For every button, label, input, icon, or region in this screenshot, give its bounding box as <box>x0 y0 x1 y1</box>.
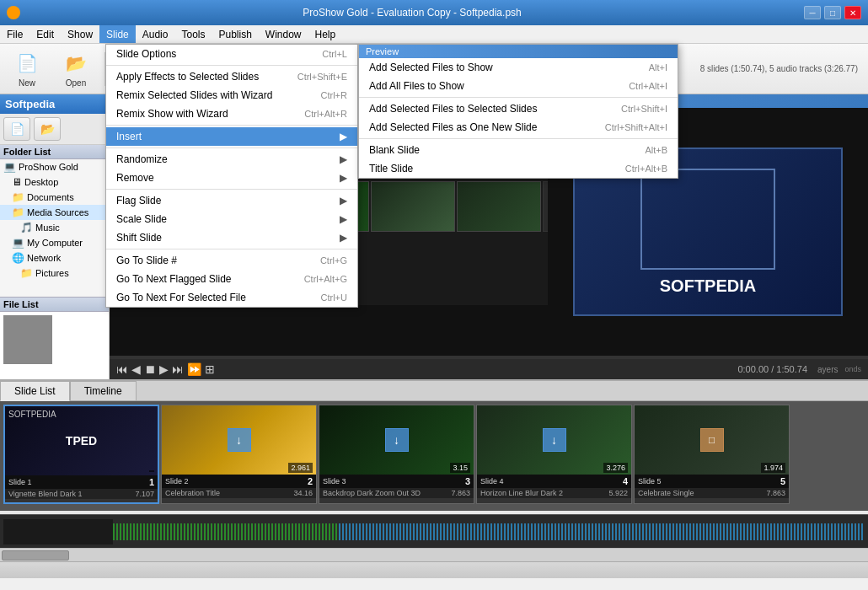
menu-window[interactable]: Window <box>259 25 308 43</box>
skip-back-button[interactable]: ⏮ <box>116 362 128 376</box>
toolbar-info: 8 slides (1:50.74), 5 audio tracks (3:26… <box>700 64 865 73</box>
slide-thumb-5: □ 1.974 <box>635 405 789 475</box>
left-toolbar: 📄 📂 <box>0 114 109 145</box>
menu-show[interactable]: Show <box>61 25 99 43</box>
tree-item-desktop[interactable]: 🖥 Desktop <box>0 174 109 190</box>
menu-help[interactable]: Help <box>308 25 343 43</box>
open-button[interactable]: 📂 Open <box>52 46 99 92</box>
slide-2-overlay-icon: ↓ <box>236 433 242 447</box>
goto-flagged-item[interactable]: Go To Next Flagged Slide Ctrl+Alt+G <box>106 270 357 288</box>
new-icon: 📄 <box>13 50 40 77</box>
slide-item-2[interactable]: ↓ 2.961 Slide 2 2 Celebration Title 34.1… <box>161 405 317 504</box>
goto-selected-item[interactable]: Go To Next For Selected File Ctrl+U <box>106 288 357 307</box>
tree-item-proshow[interactable]: 💻 ProShow Gold <box>0 159 109 174</box>
close-button[interactable]: ✕ <box>844 6 861 19</box>
softpedia-header: Softpedia <box>0 94 109 114</box>
blank-slide-shortcut: Alt+B <box>645 145 667 155</box>
remix-selected-item[interactable]: Remix Selected Slides with Wizard Ctrl+R <box>106 86 357 105</box>
media-sources-icon: 📁 <box>12 206 24 218</box>
slide-5-subinfo: Celebrate Single 7.863 <box>635 488 789 498</box>
slide-5-subtitle: Celebrate Single <box>638 489 694 497</box>
apply-effects-item[interactable]: Apply Effects to Selected Slides Ctrl+Sh… <box>106 67 357 86</box>
insert-item[interactable]: Insert ▶ <box>106 127 357 146</box>
minimize-button[interactable]: ─ <box>804 6 821 19</box>
blank-slide-item[interactable]: Blank Slide Alt+B <box>359 141 678 159</box>
slide-item-3[interactable]: ↓ 3.15 Slide 3 3 Backdrop Dark Zoom Out … <box>319 405 474 504</box>
randomize-item[interactable]: Randomize ▶ <box>106 150 357 169</box>
slide-2-subtitle: Celebration Title <box>165 489 220 497</box>
menu-div-3 <box>106 148 357 148</box>
tree-item-media-sources[interactable]: 📁 Media Sources <box>0 205 109 220</box>
flag-slide-item[interactable]: Flag Slide ▶ <box>106 191 357 210</box>
goto-selected-label: Go To Next For Selected File <box>116 292 246 303</box>
slide-item-4[interactable]: ↓ 3.276 Slide 4 4 Horizon Line Blur Dark… <box>476 405 632 504</box>
menu-file[interactable]: File <box>0 25 29 43</box>
tree-item-pictures[interactable]: 📁 Pictures <box>0 266 109 281</box>
preview-text: SOFTPEDIA <box>660 276 756 296</box>
slide-item-1[interactable]: TPED SOFTPEDIA Slide 1 1 Vignette Blend … <box>3 405 159 504</box>
add-sel-files-shortcut: Alt+I <box>649 62 667 72</box>
tree-item-mycomputer[interactable]: 💻 My Computer <box>0 235 109 250</box>
audio-area <box>0 514 868 548</box>
slide-5-info: Slide 5 5 <box>635 475 789 488</box>
remove-item[interactable]: Remove ▶ <box>106 169 357 187</box>
slide-item-5[interactable]: □ 1.974 Slide 5 5 Celebrate Single 7.863 <box>634 405 790 504</box>
menu-edit[interactable]: Edit <box>29 25 61 43</box>
add-selected-files-show[interactable]: Add Selected Files to Show Alt+I <box>359 58 678 77</box>
strip-thumb-5[interactable] <box>457 181 541 232</box>
shift-slide-arrow: ▶ <box>340 232 347 244</box>
tree-item-network[interactable]: 🌐 Network <box>0 250 109 266</box>
new-button[interactable]: 📄 New <box>3 46 51 92</box>
fast-forward-button[interactable]: ⏩ <box>187 362 201 376</box>
add-all-files-show[interactable]: Add All Files to Show Ctrl+Alt+I <box>359 77 678 95</box>
prev-button[interactable]: ◀ <box>131 362 141 376</box>
new-folder-button[interactable]: 📄 <box>3 117 30 141</box>
hscroll-thumb[interactable] <box>2 550 69 560</box>
tab-slide-list[interactable]: Slide List <box>0 381 70 401</box>
hscrollbar[interactable] <box>0 548 868 561</box>
maximize-button[interactable]: □ <box>824 6 841 19</box>
slide-3-duration: 7.863 <box>451 489 470 497</box>
bottom-area: Slide List Timeline TPED SOFTPEDIA Slide… <box>0 379 868 514</box>
apply-effects-label: Apply Effects to Selected Slides <box>116 71 259 83</box>
stop-button[interactable]: ⏹ <box>144 362 156 376</box>
pictures-icon: 📁 <box>20 267 33 279</box>
slide-thumb-2: ↓ 2.961 <box>162 405 316 475</box>
slide-1-badge: SOFTPEDIA <box>8 410 56 419</box>
slide-4-info: Slide 4 4 <box>477 475 631 488</box>
remix-show-item[interactable]: Remix Show with Wizard Ctrl+Alt+R <box>106 105 357 123</box>
fullscreen-button[interactable]: ⊞ <box>205 362 215 376</box>
open-folder-button[interactable]: 📂 <box>34 117 61 141</box>
slide-5-name: Slide 5 <box>638 477 662 485</box>
add-sel-files-slides[interactable]: Add Selected Files to Selected Slides Ct… <box>359 99 678 118</box>
slide-1-duration: 7.107 <box>135 490 154 498</box>
preview-inner-frame <box>640 169 775 270</box>
next-button[interactable]: ⏭ <box>172 362 184 376</box>
menu-audio[interactable]: Audio <box>136 25 175 43</box>
menu-tools[interactable]: Tools <box>174 25 212 43</box>
layers-label: ayers <box>817 365 838 374</box>
strip-thumb-4[interactable] <box>371 181 455 232</box>
menu-div-2 <box>106 125 357 126</box>
tab-timeline[interactable]: Timeline <box>70 381 137 400</box>
menu-slide[interactable]: Slide <box>99 25 136 43</box>
slide-2-duration: 34.16 <box>293 489 313 497</box>
goto-selected-shortcut: Ctrl+U <box>321 292 347 303</box>
menu-publish[interactable]: Publish <box>212 25 258 43</box>
play-button[interactable]: ▶ <box>159 362 169 376</box>
tree-item-music[interactable]: 🎵 Music <box>0 220 109 235</box>
shift-slide-item[interactable]: Shift Slide ▶ <box>106 228 357 247</box>
slide-1-overlay-duration <box>149 470 154 472</box>
add-sel-files-new-slide[interactable]: Add Selected Files as One New Slide Ctrl… <box>359 118 678 137</box>
title-slide-item[interactable]: Title Slide Ctrl+Alt+B <box>359 159 678 178</box>
add-sel-files-slides-shortcut: Ctrl+Shift+I <box>621 104 667 114</box>
tree-item-documents[interactable]: 📁 Documents <box>0 190 109 205</box>
scale-slide-item[interactable]: Scale Slide ▶ <box>106 210 357 228</box>
tree-label-music: Music <box>35 223 60 233</box>
proshow-icon: 💻 <box>3 161 16 173</box>
waveform-blue-1 <box>339 523 865 540</box>
goto-slide-item[interactable]: Go To Slide # Ctrl+G <box>106 251 357 270</box>
slide-options-item[interactable]: Slide Options Ctrl+L <box>106 45 357 63</box>
file-thumb-1[interactable] <box>3 315 52 364</box>
slide-thumb-4: ↓ 3.276 <box>477 405 631 475</box>
